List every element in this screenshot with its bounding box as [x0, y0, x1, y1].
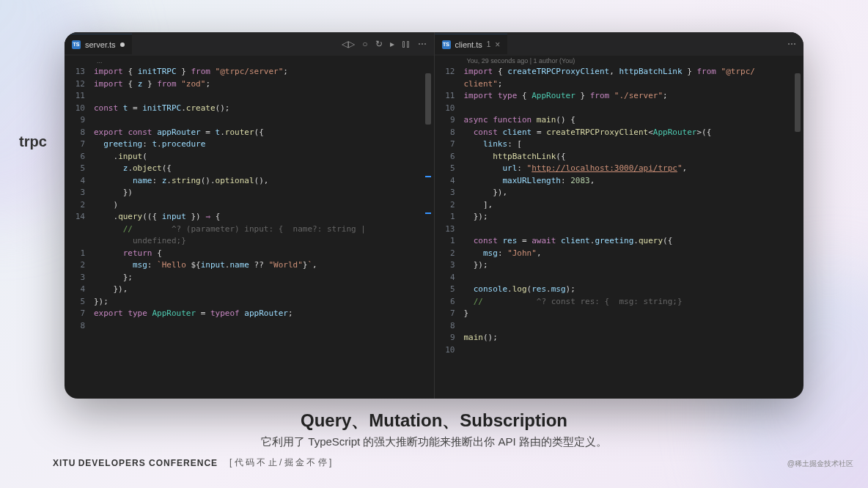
code-content[interactable]: }); — [94, 296, 434, 308]
refresh-icon[interactable]: ↻ — [375, 39, 383, 49]
code-content[interactable]: }); — [464, 259, 804, 272]
code-line[interactable]: 7} — [435, 308, 804, 320]
code-content[interactable]: const res = await client.greeting.query(… — [464, 235, 804, 248]
code-line[interactable]: 3 }), — [435, 187, 804, 199]
code-line[interactable]: 8 — [435, 320, 804, 333]
code-line[interactable]: 2 msg: `Hello ${input.name ?? "World"}`, — [65, 259, 434, 272]
code-line[interactable]: 8 const client = createTRPCProxyClient<A… — [435, 127, 804, 139]
code-content[interactable]: import { z } from "zod"; — [94, 78, 434, 91]
code-line[interactable]: 3 }) — [65, 187, 434, 199]
code-content[interactable]: name: z.string().optional(), — [94, 175, 434, 188]
code-editor-right[interactable]: 12import { createTRPCProxyClient, httpBa… — [435, 66, 804, 399]
code-content[interactable] — [94, 90, 434, 103]
code-line[interactable]: 8export const appRouter = t.router({ — [65, 127, 434, 139]
code-content[interactable]: export const appRouter = t.router({ — [94, 127, 434, 139]
code-content[interactable]: httpBatchLink({ — [464, 151, 804, 163]
code-line[interactable]: 10 — [435, 103, 804, 115]
code-content[interactable]: msg: `Hello ${input.name ?? "World"}`, — [94, 259, 434, 272]
code-line[interactable]: 1 }); — [435, 211, 804, 223]
code-content[interactable] — [464, 223, 804, 236]
play-icon[interactable]: ▸ — [390, 39, 394, 49]
code-content[interactable] — [464, 103, 804, 115]
code-content[interactable]: links: [ — [464, 138, 804, 151]
code-content[interactable]: .input( — [94, 151, 434, 163]
code-content[interactable]: import { initTRPC } from "@trpc/server"; — [94, 66, 434, 78]
code-line[interactable]: 8 — [65, 320, 434, 333]
code-content[interactable] — [94, 114, 434, 127]
code-content[interactable]: msg: "John", — [464, 248, 804, 260]
code-line[interactable]: 2 ) — [65, 199, 434, 212]
code-line[interactable]: 11import type { AppRouter } from "./serv… — [435, 90, 804, 103]
code-line[interactable]: 2 ], — [435, 199, 804, 212]
code-content[interactable]: undefined;} — [94, 235, 434, 248]
code-content[interactable]: const t = initTRPC.create(); — [94, 103, 434, 115]
code-line[interactable]: 12import { createTRPCProxyClient, httpBa… — [435, 66, 804, 78]
code-content[interactable] — [464, 320, 804, 333]
code-content[interactable]: export type AppRouter = typeof appRouter… — [94, 308, 434, 320]
more-icon[interactable]: ⋯ — [418, 39, 427, 49]
code-line[interactable]: 3 }; — [65, 272, 434, 284]
more-icon[interactable]: ⋯ — [787, 39, 796, 49]
code-line[interactable]: undefined;} — [65, 235, 434, 248]
code-content[interactable] — [464, 272, 804, 284]
code-line[interactable]: 12import { z } from "zod"; — [65, 78, 434, 91]
code-line[interactable]: 1 const res = await client.greeting.quer… — [435, 235, 804, 248]
code-content[interactable]: import type { AppRouter } from "./server… — [464, 90, 804, 103]
code-line[interactable]: 4 — [435, 272, 804, 284]
code-content[interactable]: maxURLlength: 2083, — [464, 175, 804, 188]
code-content[interactable]: const client = createTRPCProxyClient<App… — [464, 127, 804, 139]
scrollbar[interactable] — [795, 66, 802, 399]
code-line[interactable]: 3 }); — [435, 259, 804, 272]
code-content[interactable] — [94, 320, 434, 333]
code-content[interactable]: // ^? (parameter) input: { name?: string… — [94, 223, 434, 236]
code-content[interactable]: async function main() { — [464, 114, 804, 127]
code-content[interactable]: z.object({ — [94, 163, 434, 175]
code-line[interactable]: 10const t = initTRPC.create(); — [65, 103, 434, 115]
code-content[interactable]: }) — [94, 187, 434, 199]
code-content[interactable]: }); — [464, 211, 804, 223]
code-line[interactable]: 14 .query(({ input }) ⇒ { — [65, 211, 434, 223]
code-line[interactable]: 9async function main() { — [435, 114, 804, 127]
code-line[interactable]: 5 console.log(res.msg); — [435, 284, 804, 296]
code-line[interactable]: 5}); — [65, 296, 434, 308]
code-line[interactable]: 5 url: "http://localhost:3000/api/trpc", — [435, 163, 804, 175]
code-line[interactable]: 4 }), — [65, 284, 434, 296]
code-line[interactable]: 9main(); — [435, 332, 804, 344]
code-content[interactable]: } — [464, 308, 804, 320]
code-line[interactable]: 4 maxURLlength: 2083, — [435, 175, 804, 188]
code-line[interactable]: 10 — [435, 344, 804, 357]
code-content[interactable]: .query(({ input }) ⇒ { — [94, 211, 434, 223]
code-content[interactable]: ], — [464, 199, 804, 212]
code-line[interactable]: 1 return { — [65, 248, 434, 260]
code-content[interactable]: main(); — [464, 332, 804, 344]
tab-client[interactable]: TS client.ts 1 × — [435, 34, 508, 54]
split-icon[interactable]: ⫿⫿ — [402, 39, 411, 49]
code-line[interactable]: 13import { initTRPC } from "@trpc/server… — [65, 66, 434, 78]
tab-server[interactable]: TS server.ts — [65, 34, 132, 54]
code-content[interactable]: }), — [94, 284, 434, 296]
code-content[interactable]: client"; — [464, 78, 804, 91]
code-line[interactable]: 11 — [65, 90, 434, 103]
code-content[interactable] — [464, 344, 804, 357]
code-line[interactable]: 7 greeting: t.procedure — [65, 138, 434, 151]
code-line[interactable]: 13 — [435, 223, 804, 236]
close-icon[interactable]: × — [495, 40, 500, 50]
scrollbar[interactable] — [425, 66, 433, 399]
code-content[interactable]: return { — [94, 248, 434, 260]
code-content[interactable]: ) — [94, 199, 434, 212]
code-editor-left[interactable]: 13import { initTRPC } from "@trpc/server… — [65, 66, 434, 399]
code-line[interactable]: 6 httpBatchLink({ — [435, 151, 804, 163]
code-line[interactable]: 9 — [65, 114, 434, 127]
code-content[interactable]: // ^? const res: { msg: string;} — [464, 296, 804, 308]
code-content[interactable]: }; — [94, 272, 434, 284]
code-line[interactable]: client"; — [435, 78, 804, 91]
circle-icon[interactable]: ○ — [362, 39, 367, 49]
back-icon[interactable]: ◁▷ — [342, 39, 355, 49]
code-content[interactable]: url: "http://localhost:3000/api/trpc", — [464, 163, 804, 175]
code-line[interactable]: 7export type AppRouter = typeof appRoute… — [65, 308, 434, 320]
code-line[interactable]: 5 z.object({ — [65, 163, 434, 175]
code-content[interactable]: console.log(res.msg); — [464, 284, 804, 296]
code-content[interactable]: import { createTRPCProxyClient, httpBatc… — [464, 66, 804, 78]
code-line[interactable]: 4 name: z.string().optional(), — [65, 175, 434, 188]
code-line[interactable]: 6 .input( — [65, 151, 434, 163]
